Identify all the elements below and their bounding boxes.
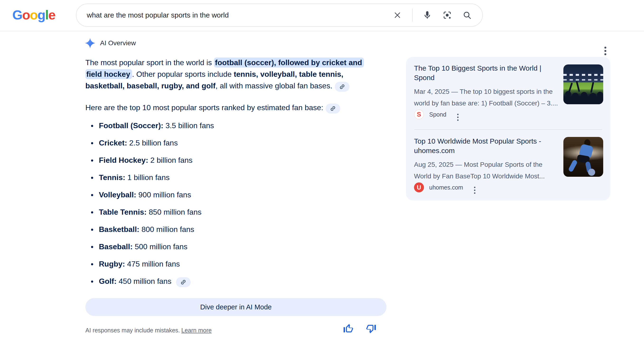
source-name[interactable]: uhomes.com <box>429 184 463 191</box>
list-item-text: Field Hockey: 2 billion fans <box>99 154 192 166</box>
source-title[interactable]: The Top 10 Biggest Sports in the World |… <box>414 63 560 82</box>
uhomes-favicon: U <box>414 182 424 192</box>
stadium-lights <box>564 74 603 76</box>
logo-letter: o <box>22 7 30 22</box>
search-header: Google what are the most popular sports … <box>0 0 644 31</box>
search-bar-icons <box>392 8 472 22</box>
list-item-text: Table Tennis: 850 million fans <box>99 206 202 218</box>
ai-overview-label: AI Overview <box>100 39 136 47</box>
bullet <box>91 281 93 283</box>
source-title[interactable]: Top 10 Worldwide Most Popular Sports - u… <box>414 136 560 155</box>
soccer-ball <box>588 169 595 176</box>
list-item: Volleyball: 900 million fans <box>91 189 385 201</box>
logo-letter: G <box>12 7 22 22</box>
list-item-text: Football (Soccer): 3.5 billion fans <box>99 120 214 131</box>
disclaimer-text: AI responses may include mistakes. <box>85 327 180 334</box>
citation-chip[interactable] <box>326 103 340 113</box>
stadium-lights <box>564 79 603 80</box>
list-item: Football (Soccer): 3.5 billion fans <box>91 120 385 131</box>
source-thumbnail-player[interactable] <box>564 137 603 177</box>
dive-deeper-button[interactable]: Dive deeper in AI Mode <box>85 298 386 316</box>
bullet <box>91 194 93 196</box>
list-item: Tennis: 1 billion fans <box>91 172 385 183</box>
list-item-text: Volleyball: 900 million fans <box>99 189 191 201</box>
list-item: Baseball: 500 million fans <box>91 241 385 253</box>
source-snippet: Aug 25, 2025 — Most Popular Sports of th… <box>414 159 562 182</box>
search-icon[interactable] <box>462 10 472 20</box>
feedback-buttons <box>342 323 377 335</box>
sports-list: Football (Soccer): 3.5 billion fans Cric… <box>91 120 385 293</box>
logo-letter: g <box>38 7 45 22</box>
source-snippet: Mar 4, 2025 — The top 10 biggest sports … <box>414 86 562 109</box>
list-item-text: Rugby: 475 million fans <box>99 258 180 270</box>
ai-overview-sparkle-icon <box>85 38 95 48</box>
paragraph-text: , all with massive global fan bases. <box>216 81 332 90</box>
kebab-dots <box>604 47 606 48</box>
bullet <box>91 263 93 265</box>
paragraph-text: The most popular sport in the world is <box>85 58 214 67</box>
list-item: Table Tennis: 850 million fans <box>91 206 385 218</box>
kebab-dots <box>474 187 476 188</box>
bullet <box>91 229 93 231</box>
sources-card: The Top 10 Biggest Sports in the World |… <box>406 57 610 200</box>
list-item: Field Hockey: 2 billion fans <box>91 154 385 166</box>
paragraph-text: . Other popular sports include <box>132 70 234 78</box>
search-input[interactable]: what are the most popular sports in the … <box>87 11 392 19</box>
source-attribution[interactable]: S Spond <box>414 109 461 119</box>
learn-more-link[interactable]: Learn more <box>182 327 212 334</box>
bullet <box>91 246 93 248</box>
ai-disclaimer: AI responses may include mistakes.Learn … <box>85 327 212 334</box>
list-item: Cricket: 2.5 billion fans <box>91 137 385 149</box>
citation-chip[interactable] <box>176 277 191 287</box>
kebab-dots <box>457 114 458 115</box>
thumbs-down-icon[interactable] <box>365 323 377 335</box>
logo-letter: e <box>48 7 55 22</box>
list-item-text: Baseball: 500 million fans <box>99 241 188 253</box>
logo-letter: o <box>30 7 38 22</box>
search-bar[interactable]: what are the most popular sports in the … <box>76 3 483 27</box>
source-attribution[interactable]: U uhomes.com <box>414 182 478 192</box>
google-logo[interactable]: Google <box>12 6 55 24</box>
intro-text: Here are the top 10 most popular sports … <box>85 103 323 112</box>
lens-icon[interactable] <box>442 10 452 20</box>
list-item: Rugby: 475 million fans <box>91 258 385 270</box>
source-result[interactable]: The Top 10 Biggest Sports in the World |… <box>406 57 610 128</box>
google-search-results-page: Google what are the most popular sports … <box>0 0 644 344</box>
list-item: Basketball: 800 million fans <box>91 224 385 235</box>
result-more-options-icon[interactable] <box>472 183 478 192</box>
clear-icon[interactable] <box>392 10 402 20</box>
citation-chip[interactable] <box>335 82 350 92</box>
bullet <box>91 211 93 213</box>
bullet <box>91 142 93 144</box>
logo-letter: l <box>45 7 48 22</box>
list-item: Golf: 450 million fans <box>91 276 385 287</box>
more-options-icon[interactable] <box>602 42 609 53</box>
spond-favicon: S <box>414 109 424 119</box>
source-name[interactable]: Spond <box>429 111 446 118</box>
player-leg <box>568 159 578 172</box>
list-item-text: Cricket: 2.5 billion fans <box>99 137 178 149</box>
ai-overview-header: AI Overview <box>85 38 136 48</box>
list-item-text: Golf: 450 million fans <box>99 276 191 287</box>
list-item-text: Basketball: 800 million fans <box>99 224 194 235</box>
divider <box>412 8 412 22</box>
mic-icon[interactable] <box>422 10 432 20</box>
list-intro-line: Here are the top 10 most popular sports … <box>85 102 378 113</box>
bullet <box>91 125 93 127</box>
list-item-text: Tennis: 1 billion fans <box>99 172 170 183</box>
source-result[interactable]: Top 10 Worldwide Most Popular Sports - u… <box>406 130 610 201</box>
result-more-options-icon[interactable] <box>455 110 461 119</box>
source-thumbnail-stadium[interactable] <box>564 64 603 104</box>
bullet <box>91 177 93 179</box>
bullet <box>91 159 93 162</box>
ai-overview-paragraph: The most popular sport in the world is f… <box>85 57 378 92</box>
thumbs-up-icon[interactable] <box>342 323 354 335</box>
